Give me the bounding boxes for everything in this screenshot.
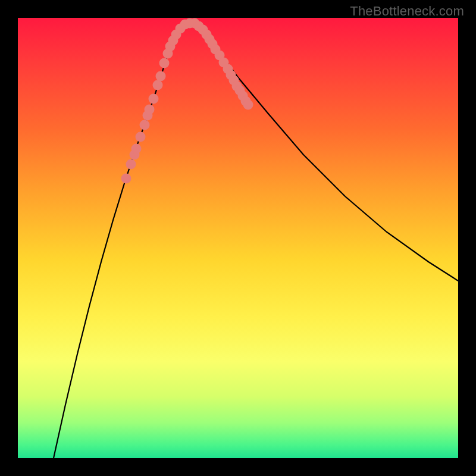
curve-svg xyxy=(18,18,458,458)
highlight-markers xyxy=(121,18,253,184)
highlight-dot xyxy=(159,58,170,68)
highlight-dot xyxy=(140,120,150,130)
plot-area xyxy=(18,18,458,458)
highlight-dot xyxy=(149,94,159,104)
highlight-dot xyxy=(121,174,131,184)
highlight-dot xyxy=(153,80,163,90)
highlight-dot xyxy=(131,144,142,154)
curve-path-group xyxy=(54,23,458,458)
highlight-dot xyxy=(126,159,136,170)
chart-frame: TheBottleneck.com xyxy=(0,0,476,476)
highlight-dot xyxy=(156,71,166,82)
highlight-dot xyxy=(243,100,253,110)
highlight-dot xyxy=(136,132,146,142)
bottleneck-curve xyxy=(54,23,458,458)
highlight-dot xyxy=(145,105,155,115)
watermark-text: TheBottleneck.com xyxy=(350,4,464,19)
